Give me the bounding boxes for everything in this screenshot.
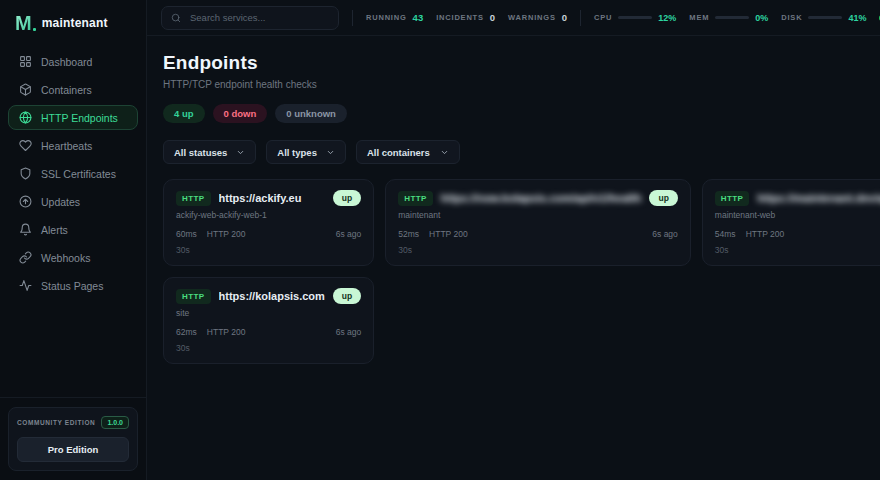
sidebar-item-status-pages[interactable]: Status Pages [8, 273, 138, 298]
search-icon [171, 13, 181, 23]
page-title: Endpoints [163, 52, 864, 74]
resource-label: MEM [689, 13, 709, 22]
version-badge: 1.0.0 [101, 416, 129, 429]
topbar-divider [580, 10, 581, 26]
filters-bar: All statuses All types All containers [163, 140, 864, 164]
filter-label: All types [277, 147, 317, 158]
arrow-up-circle-icon [19, 195, 32, 208]
link-icon [19, 251, 32, 264]
pro-edition-button[interactable]: Pro Edition [17, 437, 129, 462]
sidebar-item-containers[interactable]: Containers [8, 77, 138, 102]
filter-label: All containers [367, 147, 430, 158]
package-icon [19, 83, 32, 96]
protocol-badge: HTTP [176, 289, 211, 304]
http-status-value: HTTP 200 [207, 327, 246, 337]
endpoint-url: https://now.kolapsis.com/api/v1/health [441, 192, 642, 204]
filter-statuses-select[interactable]: All statuses [163, 140, 256, 164]
edition-card: COMMUNITY EDITION 1.0.0 Pro Edition [8, 407, 138, 471]
endpoints-grid: HTTP https://ackify.eu up ackify-web-ack… [163, 179, 864, 364]
endpoint-url: https://kolapsis.com [219, 290, 325, 302]
endpoint-card[interactable]: HTTP https://now.kolapsis.com/api/v1/hea… [385, 179, 691, 266]
brand-name: maintenant [42, 16, 108, 30]
last-check-value: 6s ago [336, 229, 362, 239]
latency-value: 62ms [176, 327, 197, 337]
sidebar-item-label: Alerts [41, 224, 68, 236]
protocol-badge: HTTP [176, 191, 211, 206]
logo-m-icon: M [15, 13, 36, 33]
shield-icon [19, 167, 32, 180]
container-name: site [176, 308, 361, 318]
chevron-down-icon [440, 148, 449, 157]
sidebar: M maintenant Dashboard Containers HTTP E… [0, 0, 147, 480]
sidebar-item-label: Webhooks [41, 252, 90, 264]
endpoint-url: https://maintenant.dev/api/health [757, 192, 880, 204]
sidebar-item-label: Containers [41, 84, 92, 96]
resource-label: DISK [781, 13, 802, 22]
container-name: maintenant [398, 210, 678, 220]
grid-icon [19, 55, 32, 68]
sidebar-item-alerts[interactable]: Alerts [8, 217, 138, 242]
stat-label: INCIDENTS [436, 13, 484, 22]
bell-icon [19, 223, 32, 236]
sidebar-item-label: Updates [41, 196, 80, 208]
sidebar-item-label: HTTP Endpoints [41, 112, 118, 124]
filter-label: All statuses [174, 147, 227, 158]
topbar-divider [352, 10, 353, 26]
mem-progressbar [715, 16, 749, 19]
resource-disk: DISK 41% [781, 13, 866, 23]
http-status-value: HTTP 200 [746, 229, 785, 239]
resource-cpu: CPU 12% [594, 13, 676, 23]
stat-warnings: WARNINGS 0 [508, 12, 567, 23]
last-check-value: 6s ago [652, 229, 678, 239]
resource-mem: MEM 0% [689, 13, 768, 23]
filter-containers-select[interactable]: All containers [356, 140, 460, 164]
status-pill: up [333, 288, 361, 304]
search-input[interactable] [188, 11, 329, 24]
chevron-down-icon [326, 148, 335, 157]
search-box[interactable] [161, 6, 339, 30]
app-logo: M maintenant [0, 0, 146, 49]
http-status-value: HTTP 200 [429, 229, 468, 239]
activity-icon [19, 279, 32, 292]
sidebar-item-http-endpoints[interactable]: HTTP Endpoints [8, 105, 138, 130]
sidebar-item-label: Status Pages [41, 280, 103, 292]
container-name: ackify-web-ackify-web-1 [176, 210, 361, 220]
stat-label: WARNINGS [508, 13, 556, 22]
http-status-value: HTTP 200 [207, 229, 246, 239]
stat-running: RUNNING 43 [366, 12, 423, 23]
stat-value: 0 [562, 12, 567, 23]
main-content: Endpoints HTTP/TCP endpoint health check… [147, 36, 880, 480]
endpoint-card[interactable]: HTTP https://kolapsis.com up site 62ms H… [163, 277, 374, 364]
stat-value: 43 [413, 12, 424, 23]
sidebar-nav: Dashboard Containers HTTP Endpoints Hear… [0, 49, 146, 298]
page-subtitle: HTTP/TCP endpoint health checks [163, 79, 864, 90]
sidebar-item-heartbeats[interactable]: Heartbeats [8, 133, 138, 158]
endpoint-card[interactable]: HTTP https://maintenant.dev/api/health u… [702, 179, 880, 266]
endpoint-card[interactable]: HTTP https://ackify.eu up ackify-web-ack… [163, 179, 374, 266]
topbar: RUNNING 43 INCIDENTS 0 WARNINGS 0 CPU 12… [147, 0, 880, 36]
sidebar-item-updates[interactable]: Updates [8, 189, 138, 214]
badge-up: 4 up [163, 104, 205, 123]
check-interval: 30s [176, 245, 361, 255]
sidebar-item-dashboard[interactable]: Dashboard [8, 49, 138, 74]
sidebar-item-label: SSL Certificates [41, 168, 116, 180]
sidebar-item-ssl-certificates[interactable]: SSL Certificates [8, 161, 138, 186]
check-interval: 30s [398, 245, 678, 255]
stat-incidents: INCIDENTS 0 [436, 12, 495, 23]
edition-label: COMMUNITY EDITION [17, 419, 95, 426]
check-interval: 30s [715, 245, 880, 255]
filter-types-select[interactable]: All types [266, 140, 346, 164]
logo-dot [33, 28, 36, 31]
cpu-progressbar [618, 16, 652, 19]
badge-down: 0 down [213, 104, 268, 123]
badge-unknown: 0 unknown [275, 104, 347, 123]
container-name: maintenant-web [715, 210, 880, 220]
stat-label: RUNNING [366, 13, 407, 22]
protocol-badge: HTTP [398, 191, 433, 206]
stat-value: 0 [490, 12, 495, 23]
sidebar-item-webhooks[interactable]: Webhooks [8, 245, 138, 270]
resource-percent: 0% [755, 13, 768, 23]
resource-percent: 12% [658, 13, 676, 23]
check-interval: 30s [176, 343, 361, 353]
resource-label: CPU [594, 13, 612, 22]
